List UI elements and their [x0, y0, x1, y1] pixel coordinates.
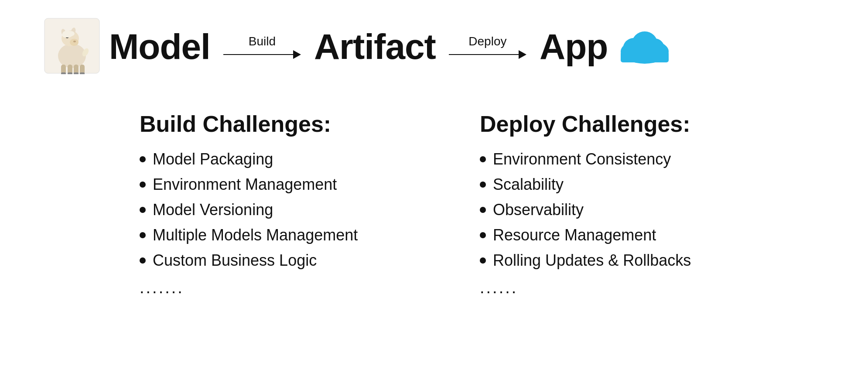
- svg-rect-20: [80, 72, 85, 74]
- bullet-icon: [480, 156, 486, 162]
- arrow-head-deploy: [519, 50, 526, 59]
- list-item: Custom Business Logic: [140, 251, 480, 270]
- bullet-icon: [480, 257, 486, 264]
- deploy-label: Deploy: [468, 34, 506, 48]
- build-label: Build: [249, 34, 276, 48]
- alpaca-icon: [44, 17, 100, 76]
- svg-rect-19: [74, 72, 79, 74]
- bullet-icon: [480, 207, 486, 213]
- challenges-section: Build Challenges: Model Packaging Enviro…: [26, 111, 842, 297]
- arrow-shaft-deploy: [449, 54, 519, 55]
- build-item-2: Environment Management: [153, 175, 337, 194]
- list-item: Environment Management: [140, 175, 480, 194]
- build-challenges-list: Model Packaging Environment Management M…: [140, 150, 480, 270]
- build-arrow: Build: [223, 34, 301, 59]
- svg-rect-17: [61, 72, 66, 74]
- page-container: Model Build Artifact Deploy App: [0, 0, 868, 377]
- bullet-icon: [140, 232, 146, 238]
- model-label: Model: [109, 26, 210, 67]
- deploy-item-4: Resource Management: [493, 226, 656, 244]
- cloud-icon: [616, 26, 673, 67]
- build-ellipsis: .......: [140, 278, 480, 297]
- list-item: Multiple Models Management: [140, 226, 480, 244]
- build-item-3: Model Versioning: [153, 201, 273, 219]
- list-item: Observability: [480, 201, 820, 219]
- arrow-shaft-build: [223, 54, 293, 55]
- build-challenges-column: Build Challenges: Model Packaging Enviro…: [140, 111, 480, 297]
- deploy-item-2: Scalability: [493, 175, 564, 194]
- svg-point-4: [70, 39, 79, 46]
- bullet-icon: [480, 182, 486, 188]
- artifact-label: Artifact: [314, 26, 436, 67]
- svg-rect-18: [68, 72, 72, 74]
- svg-rect-26: [621, 51, 669, 62]
- deploy-arrow: Deploy: [449, 34, 526, 59]
- pipeline-section: Model Build Artifact Deploy App: [26, 17, 842, 76]
- bullet-icon: [140, 207, 146, 213]
- list-item: Model Versioning: [140, 201, 480, 219]
- deploy-challenges-title: Deploy Challenges:: [480, 111, 820, 137]
- arrow-line-build: [223, 50, 301, 59]
- list-item: Model Packaging: [140, 150, 480, 168]
- list-item: Environment Consistency: [480, 150, 820, 168]
- list-item: Resource Management: [480, 226, 820, 244]
- deploy-item-5: Rolling Updates & Rollbacks: [493, 251, 691, 270]
- deploy-ellipsis: ......: [480, 278, 820, 297]
- bullet-icon: [140, 156, 146, 162]
- deploy-challenges-column: Deploy Challenges: Environment Consisten…: [480, 111, 820, 297]
- build-challenges-title: Build Challenges:: [140, 111, 480, 137]
- deploy-item-3: Observability: [493, 201, 584, 219]
- list-item: Rolling Updates & Rollbacks: [480, 251, 820, 270]
- build-item-5: Custom Business Logic: [153, 251, 317, 270]
- deploy-challenges-list: Environment Consistency Scalability Obse…: [480, 150, 820, 270]
- build-item-4: Multiple Models Management: [153, 226, 358, 244]
- deploy-item-1: Environment Consistency: [493, 150, 671, 168]
- arrow-head-build: [293, 50, 301, 59]
- app-label: App: [540, 26, 608, 67]
- bullet-icon: [140, 257, 146, 264]
- bullet-icon: [140, 182, 146, 188]
- bullet-icon: [480, 232, 486, 238]
- build-item-1: Model Packaging: [153, 150, 273, 168]
- arrow-line-deploy: [449, 50, 526, 59]
- list-item: Scalability: [480, 175, 820, 194]
- svg-point-5: [73, 41, 76, 42]
- svg-point-12: [67, 31, 75, 36]
